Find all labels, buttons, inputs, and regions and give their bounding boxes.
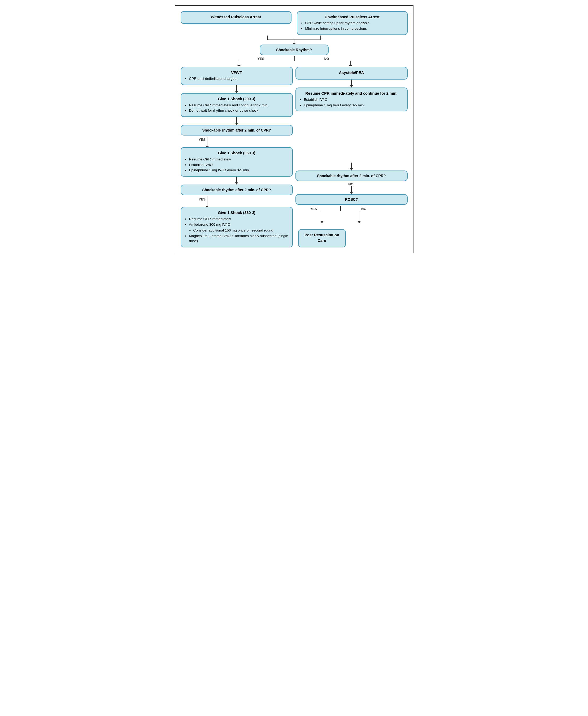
- give-shock-360-bullet-2: Establish IV/IO: [189, 163, 289, 168]
- shockable-rhythm-text: Shockable Rhythm?: [276, 48, 312, 52]
- vf-vt-bullet-1: CPR until defibrillator charged: [189, 76, 289, 81]
- two-col-flow: VF/VT CPR until defibrillator charged Gi…: [181, 67, 408, 248]
- asystole-pea-title: Asystole/PEA: [300, 70, 403, 75]
- give-shock-360-bullet-3: Epinephrine 1 mg IV/IO every 3-5 min: [189, 168, 289, 173]
- shockable2-yes-arrow: YES: [181, 196, 234, 207]
- top-row: Witnessed Pulseless Arrest Unwitnessed P…: [181, 11, 408, 35]
- shockable-2min-1-box: Shockable rhythm after 2 min. of CPR?: [181, 125, 293, 135]
- rosc-branches: YES NO: [295, 206, 386, 227]
- witnessed-arrest-box: Witnessed Pulseless Arrest: [181, 11, 292, 24]
- amio-bullet-2: Amiodarone 300 mg IV/IO: [189, 222, 289, 227]
- rosc-text: ROSC?: [345, 197, 358, 202]
- svg-text:YES: YES: [198, 138, 206, 142]
- left-column: VF/VT CPR until defibrillator charged Gi…: [181, 67, 293, 248]
- no-label-right: NO: [348, 182, 354, 186]
- svg-text:NO: NO: [324, 57, 329, 61]
- shockable-branches-arrows: YES NO: [181, 56, 408, 66]
- give-shock-360-amio-list: Resume CPR immediately Amiodarone 300 mg…: [185, 217, 289, 244]
- svg-text:YES: YES: [310, 207, 317, 211]
- give-shock-200-list: Resume CPR immediately and continue for …: [185, 103, 289, 113]
- rosc-box: ROSC?: [295, 194, 408, 205]
- svg-marker-5: [293, 43, 296, 44]
- svg-marker-24: [235, 183, 238, 185]
- arrow-resume-to-shockable-right: [348, 163, 355, 170]
- svg-marker-30: [350, 85, 353, 87]
- post-resuscitation-box: Post Resuscitation Care: [298, 229, 346, 248]
- svg-marker-42: [358, 221, 361, 223]
- asystole-pea-box: Asystole/PEA: [295, 67, 408, 80]
- svg-marker-9: [237, 65, 240, 66]
- svg-text:NO: NO: [361, 207, 366, 211]
- svg-text:YES: YES: [198, 197, 206, 201]
- svg-marker-32: [350, 168, 353, 170]
- shockable-2min-right-box: Shockable rhythm after 2 min. of CPR?: [295, 170, 408, 181]
- svg-text:YES: YES: [257, 57, 265, 61]
- svg-marker-13: [349, 65, 352, 66]
- right-column: Asystole/PEA Resume CPR immedi-ately and…: [295, 67, 408, 248]
- arrow-shock360-to-shockable2: [233, 176, 240, 185]
- shockable-rhythm-box: Shockable Rhythm?: [260, 45, 329, 55]
- give-shock-360-list: Resume CPR immediately Establish IV/IO E…: [185, 157, 289, 173]
- witnessed-arrest-title: Witnessed Pulseless Arrest: [185, 14, 287, 20]
- vf-vt-list: CPR until defibrillator charged: [185, 76, 289, 81]
- arrow-asystole-to-resume: [348, 80, 355, 87]
- shockable-2min-2-text: Shockable rhythm after 2 min. of CPR?: [202, 188, 271, 192]
- resume-cpr-right-title: Resume CPR immedi-ately and continue for…: [300, 91, 403, 96]
- post-resuscitation-title: Post Resuscitation Care: [302, 232, 342, 243]
- arrow-to-shockable: [233, 36, 355, 44]
- shockable-rhythm-row: Shockable Rhythm?: [181, 45, 408, 55]
- unwitnessed-bullet-1: CPR while setting up for rhythm analysis: [305, 21, 403, 26]
- give-shock-200-bullet-2: Do not wait for rhythm check or pulse ch…: [189, 108, 289, 113]
- shockable-2min-2-box: Shockable rhythm after 2 min. of CPR?: [181, 185, 293, 195]
- amio-bullet-3: Consider additional 150 mg once on secon…: [193, 228, 289, 233]
- arrow-shock200-to-shockable1: [233, 117, 240, 125]
- give-shock-360-bullet-1: Resume CPR immediately: [189, 157, 289, 162]
- give-shock-360-box: Give 1 Shock (360 J) Resume CPR immediat…: [181, 147, 293, 176]
- give-shock-360-amio-title: Give 1 Shock (360 J): [185, 210, 289, 215]
- svg-marker-38: [320, 221, 323, 223]
- arrow-shockable-right-to-rosc: [348, 186, 355, 194]
- vf-vt-box: VF/VT CPR until defibrillator charged: [181, 67, 293, 85]
- flowchart-container: Witnessed Pulseless Arrest Unwitnessed P…: [175, 5, 414, 253]
- unwitnessed-arrest-list: CPR while setting up for rhythm analysis…: [301, 21, 403, 31]
- amio-bullet-4: Magnesium 2 grams IV/IO if Torsades high…: [189, 234, 289, 244]
- arrow-vfvt-to-shock200: [233, 85, 240, 93]
- give-shock-200-bullet-1: Resume CPR immediately and continue for …: [189, 103, 289, 108]
- resume-cpr-bullet-2: Epinephrine 1 mg IV/IO every 3-5 min.: [304, 103, 403, 108]
- resume-cpr-right-box: Resume CPR immedi-ately and continue for…: [295, 87, 408, 111]
- shockable-2min-1-text: Shockable rhythm after 2 min. of CPR?: [202, 128, 271, 132]
- svg-marker-34: [350, 192, 353, 194]
- unwitnessed-bullet-2: Minimize interruptions in compressions: [305, 26, 403, 31]
- amio-bullet-1: Resume CPR immediately: [189, 217, 289, 222]
- give-shock-360-amio-box: Give 1 Shock (360 J) Resume CPR immediat…: [181, 207, 293, 248]
- give-shock-360-title: Give 1 Shock (360 J): [185, 150, 289, 156]
- unwitnessed-arrest-box: Unwitnessed Pulseless Arrest CPR while s…: [297, 11, 408, 35]
- resume-cpr-bullet-1: Establish IV/IO: [304, 97, 403, 102]
- shockable-2min-right-text: Shockable rhythm after 2 min. of CPR?: [317, 174, 386, 178]
- give-shock-200-box: Give 1 Shock (200 J) Resume CPR immediat…: [181, 93, 293, 117]
- give-shock-200-title: Give 1 Shock (200 J): [185, 96, 289, 102]
- vf-vt-title: VF/VT: [185, 70, 289, 75]
- shockable1-yes-arrow: YES: [181, 136, 234, 147]
- unwitnessed-arrest-title: Unwitnessed Pulseless Arrest: [301, 14, 403, 20]
- svg-marker-18: [235, 123, 238, 125]
- resume-cpr-right-list: Establish IV/IO Epinephrine 1 mg IV/IO e…: [300, 97, 403, 108]
- svg-marker-16: [235, 91, 238, 93]
